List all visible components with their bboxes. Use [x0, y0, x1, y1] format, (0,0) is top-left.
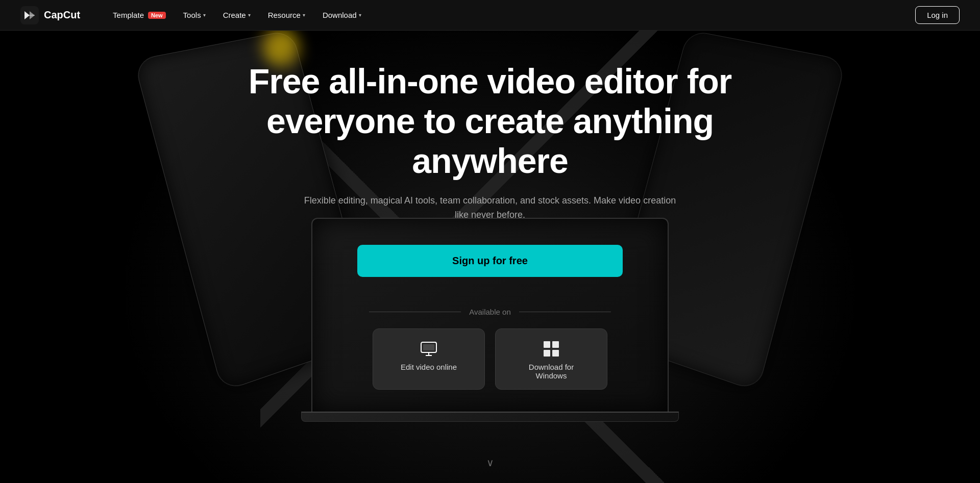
capcut-logo-icon [20, 6, 39, 24]
nav-resource-label: Resource [268, 11, 301, 19]
hero-content: Free all-in-one video editor for everyon… [209, 61, 771, 308]
tools-chevron-icon: ▾ [203, 12, 206, 18]
download-windows-button[interactable]: Download for Windows [495, 328, 607, 390]
svg-rect-9 [552, 350, 559, 357]
nav-item-create[interactable]: Create ▾ [216, 7, 258, 23]
svg-rect-5 [423, 344, 434, 350]
nav-item-resource[interactable]: Resource ▾ [261, 7, 312, 23]
laptop-base [301, 412, 679, 422]
available-label: Available on [0, 308, 980, 316]
nav-links: Template New Tools ▾ Create ▾ Resource ▾… [106, 7, 915, 23]
nav-item-download[interactable]: Download ▾ [315, 7, 369, 23]
available-section: Available on Edit video online [0, 308, 980, 390]
svg-rect-8 [544, 350, 550, 357]
template-new-badge: New [148, 12, 166, 19]
monitor-icon [420, 340, 437, 358]
hero-section: Free all-in-one video editor for everyon… [0, 0, 980, 483]
nav-download-label: Download [323, 11, 357, 19]
edit-online-button[interactable]: Edit video online [373, 328, 485, 390]
hero-subtitle: Flexible editing, magical AI tools, team… [299, 193, 681, 223]
nav-tools-label: Tools [183, 11, 201, 19]
download-windows-label: Download for Windows [516, 363, 586, 380]
svg-rect-7 [552, 341, 559, 348]
download-chevron-icon: ▾ [359, 12, 361, 18]
scroll-indicator[interactable]: ∨ [486, 456, 494, 469]
logo-text: CapCut [44, 9, 80, 21]
resource-chevron-icon: ▾ [303, 12, 305, 18]
navbar: CapCut Template New Tools ▾ Create ▾ Res… [0, 0, 980, 31]
nav-item-template[interactable]: Template New [106, 7, 173, 23]
nav-template-label: Template [113, 11, 144, 19]
nav-right: Log in [915, 6, 960, 24]
platform-buttons: Edit video online Download for Windows [0, 328, 980, 390]
signup-button[interactable]: Sign up for free [357, 245, 623, 277]
nav-create-label: Create [223, 11, 246, 19]
windows-icon [543, 340, 560, 358]
login-button[interactable]: Log in [915, 6, 960, 24]
svg-rect-6 [544, 341, 550, 348]
hero-title: Free all-in-one video editor for everyon… [230, 61, 750, 181]
nav-item-tools[interactable]: Tools ▾ [176, 7, 213, 23]
edit-online-label: Edit video online [401, 363, 457, 371]
create-chevron-icon: ▾ [248, 12, 251, 18]
logo[interactable]: CapCut [20, 6, 80, 24]
